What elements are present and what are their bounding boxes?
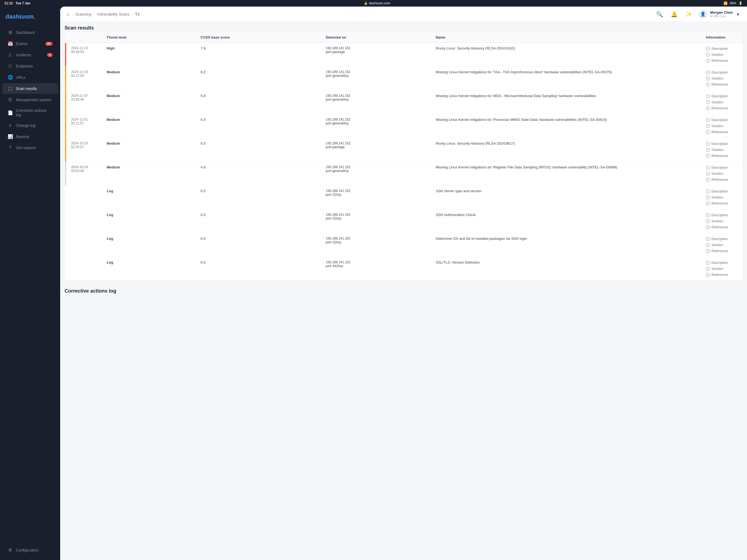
- table-row: 2024-10-18 04:03:49Medium4.6193.189.141.…: [65, 162, 743, 186]
- info-link-references[interactable]: iReferences: [706, 82, 738, 87]
- info-circle-icon: i: [706, 124, 710, 128]
- info-link-solution[interactable]: iSolution: [706, 266, 738, 271]
- info-link-references[interactable]: iReferences: [706, 106, 738, 111]
- info-circle-icon: i: [706, 172, 710, 176]
- nav-item-reports[interactable]: 📊 Reports: [2, 131, 58, 142]
- logo: dashiusm.: [0, 11, 60, 27]
- info-circle-icon: i: [706, 148, 710, 152]
- nav-label-incidents: Incidents: [16, 53, 31, 57]
- info-link-description[interactable]: iDescription: [706, 260, 738, 265]
- endpoints-icon: ⬡: [8, 63, 12, 69]
- info-links-group: iDescriptioniSolutioniReferences: [706, 94, 738, 111]
- info-link-references[interactable]: iReferences: [706, 153, 738, 158]
- info-link-solution[interactable]: iSolution: [706, 124, 738, 129]
- search-button[interactable]: 🔍: [655, 10, 664, 19]
- info-link-solution[interactable]: iSolution: [706, 171, 738, 176]
- info-link-references[interactable]: iReferences: [706, 130, 738, 135]
- nav-item-support[interactable]: ? Get support: [2, 142, 58, 153]
- info-link-references[interactable]: iReferences: [706, 248, 738, 254]
- vulnerability-name-cell: SSH Server type and version: [431, 186, 702, 210]
- threat-level-cell: Medium: [102, 114, 196, 138]
- nav-label-corrective: Corrective actions log: [16, 108, 53, 117]
- nav-label-events: Events: [16, 42, 28, 46]
- nav-item-configuration[interactable]: ⚙ Configuration: [2, 545, 58, 555]
- info-link-solution[interactable]: iSolution: [706, 76, 738, 81]
- nav-item-scan-results[interactable]: ⬚ Scan results: [2, 83, 58, 94]
- detected-on-cell: 193.189.141.152 port package: [321, 138, 431, 162]
- info-link-description[interactable]: iDescription: [706, 237, 738, 241]
- top-nav: ⌂ › Scanning › Vulnerability Scans › T2 …: [60, 6, 747, 22]
- timestamp-cell: [67, 257, 102, 281]
- detected-on-cell: 193.189.141.152 port general/tcp: [321, 67, 431, 90]
- info-link-description[interactable]: iDescription: [706, 70, 738, 75]
- nav-item-management[interactable]: ☰ Management system: [2, 94, 58, 105]
- user-org: ACME Corp: [710, 15, 733, 18]
- cvss-cell: 5.5: [196, 114, 321, 138]
- status-url: 🔒 dashiusm.com: [364, 1, 390, 5]
- vulnerability-name-cell: Determine OS and list of installed packa…: [431, 233, 702, 257]
- threat-level-cell: Medium: [102, 162, 196, 186]
- info-link-description[interactable]: iDescription: [706, 141, 738, 146]
- info-link-description[interactable]: iDescription: [706, 94, 738, 99]
- info-link-references[interactable]: iReferences: [706, 177, 738, 182]
- breadcrumb-vuln-scans[interactable]: Vulnerability Scans: [97, 12, 130, 17]
- vulnerability-name-cell: Missing Linux Kernel mitigations for 'MD…: [431, 90, 702, 114]
- timestamp-cell: [67, 186, 102, 210]
- nav-item-events[interactable]: 📅 Events 27: [2, 38, 58, 49]
- info-link-references[interactable]: iReferences: [706, 272, 738, 277]
- nav-item-endpoints[interactable]: ⬡ Endpoints: [2, 61, 58, 71]
- info-link-solution[interactable]: iSolution: [706, 100, 738, 105]
- breadcrumb-scanning[interactable]: Scanning: [76, 12, 92, 17]
- info-link-solution[interactable]: iSolution: [706, 148, 738, 152]
- ai-button[interactable]: ✨: [684, 10, 693, 19]
- col-header-threat: Threat level: [102, 32, 196, 43]
- content-area[interactable]: Scan results Threat level CVSS base scor…: [60, 22, 747, 560]
- info-link-description[interactable]: iDescription: [706, 189, 738, 194]
- info-circle-icon: i: [706, 94, 710, 98]
- info-link-description[interactable]: iDescription: [706, 213, 738, 218]
- incidents-icon: ⚠: [8, 52, 12, 57]
- timestamp-cell: 2024-11-01 05:21:07: [67, 114, 102, 138]
- cvss-cell: 0.0: [196, 257, 321, 281]
- col-header-detected: Detected on: [321, 32, 431, 43]
- info-link-solution[interactable]: iSolution: [706, 52, 738, 57]
- info-link-description[interactable]: iDescription: [706, 46, 738, 51]
- breadcrumb-t2[interactable]: T2: [135, 12, 139, 17]
- info-link-description[interactable]: iDescription: [706, 165, 738, 170]
- info-link-description[interactable]: iDescription: [706, 117, 738, 123]
- info-link-solution[interactable]: iSolution: [706, 243, 738, 247]
- scan-results-table-container: Threat level CVSS base score Detected on…: [65, 32, 743, 281]
- detected-on-cell: 193.189.141.152 port 443/tcp: [321, 257, 431, 281]
- info-link-references[interactable]: iReferences: [706, 201, 738, 206]
- user-details: Morgan Chen ACME Corp: [710, 10, 733, 18]
- table-row: 2024-11-22 05:49:54High7.8193.189.141.15…: [65, 43, 743, 67]
- detected-on-cell: 193.189.141.152 port 22/tcp: [321, 233, 431, 257]
- notifications-button[interactable]: 🔔: [670, 10, 679, 19]
- table-row: Log0.0193.189.141.152 port 22/tcpDetermi…: [65, 233, 743, 257]
- nav-item-corrective[interactable]: 📄 Corrective actions log: [2, 106, 58, 120]
- nav-item-dashboard[interactable]: ⊞ Dashboard: [2, 27, 58, 38]
- nav-item-changelog[interactable]: ≡ Change log: [2, 120, 58, 131]
- changelog-icon: ≡: [8, 123, 12, 128]
- main-content: ⌂ › Scanning › Vulnerability Scans › T2 …: [60, 6, 747, 560]
- info-link-solution[interactable]: iSolution: [706, 195, 738, 200]
- info-links-cell: iDescriptioniSolutioniReferences: [702, 210, 743, 233]
- info-circle-icon: i: [706, 142, 710, 146]
- support-icon: ?: [8, 145, 12, 150]
- sidebar-bottom: ⚙ Configuration: [0, 544, 60, 556]
- timestamp-cell: 2024-10-18 04:03:49: [67, 162, 102, 186]
- info-link-solution[interactable]: iSolution: [706, 219, 738, 224]
- info-link-references[interactable]: iReferences: [706, 58, 738, 63]
- user-menu-button[interactable]: ▾: [736, 10, 741, 19]
- nav-item-urls[interactable]: 🌐 URLs: [2, 72, 58, 83]
- home-icon[interactable]: ⌂: [67, 11, 70, 17]
- timeline-bar-cell: [65, 233, 67, 257]
- events-badge: 27: [45, 42, 53, 46]
- timestamp-cell: [67, 233, 102, 257]
- info-link-references[interactable]: iReferences: [706, 225, 738, 230]
- management-icon: ☰: [8, 97, 12, 102]
- info-links-cell: iDescriptioniSolutioniReferences: [702, 67, 743, 90]
- nav-item-incidents[interactable]: ⚠ Incidents 1: [2, 50, 58, 60]
- info-circle-icon: i: [706, 261, 710, 265]
- info-circle-icon: i: [706, 237, 710, 241]
